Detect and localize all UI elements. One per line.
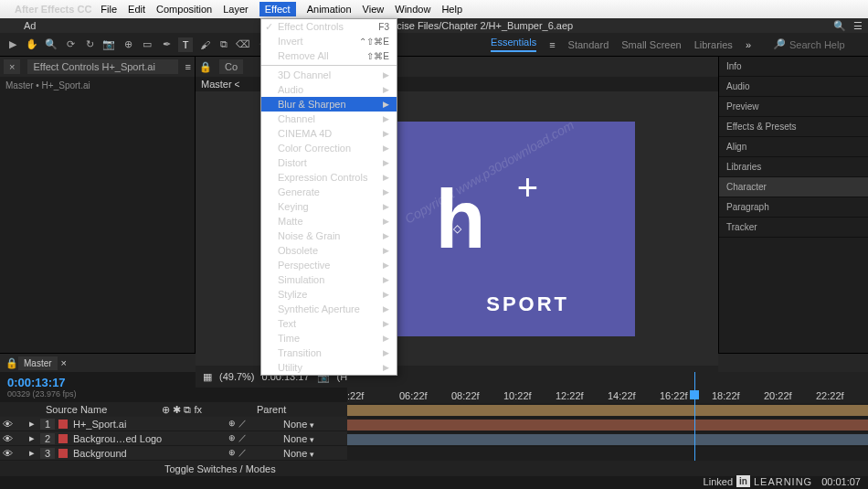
panel-effect-controls-tab[interactable]: Effect Controls H+_Sport.ai <box>27 59 177 74</box>
menu-animation[interactable]: Animation <box>307 4 352 15</box>
dd-effect-controls[interactable]: ✓Effect ControlsF3 <box>261 19 397 34</box>
menu-window[interactable]: Window <box>395 4 430 15</box>
dd-perspective[interactable]: Perspective▶ <box>261 258 397 272</box>
mac-menubar: After Effects CC File Edit Composition L… <box>0 0 868 18</box>
timeline-tab-master[interactable]: Master <box>18 356 58 370</box>
dd-time[interactable]: Time▶ <box>261 331 397 345</box>
search-help-icon: 🔎 <box>773 38 786 50</box>
panel-tracker[interactable]: Tracker <box>719 218 868 238</box>
toolbar: ▶ ✋ 🔍 ⟳ ↻ 📷 ⊕ ▭ ✒ T 🖌 ⧉ ⌫ ✦ 📌 Essentials… <box>0 33 868 57</box>
dd-remove-all[interactable]: Remove All⇧⌘E <box>261 48 397 63</box>
dd-utility[interactable]: Utility▶ <box>261 360 397 375</box>
dd-distort[interactable]: Distort▶ <box>261 155 397 170</box>
timeline-tracks[interactable]: :22f06:22f08:22f 10:22f12:22f14:22f 16:2… <box>347 372 868 461</box>
dd-channel[interactable]: Channel▶ <box>261 112 397 126</box>
menu-effect[interactable]: Effect <box>259 2 296 16</box>
dd-synthetic-aperture[interactable]: Synthetic Aperture▶ <box>261 302 397 316</box>
logo-sport: SPORT <box>486 292 569 316</box>
panel-menu-icon[interactable]: ≡ <box>185 61 191 72</box>
timeline-close-icon[interactable]: × <box>61 357 67 368</box>
search-icon[interactable]: 🔍 <box>833 20 846 32</box>
dd-stylize[interactable]: Stylize▶ <box>261 287 397 302</box>
dd-text[interactable]: Text▶ <box>261 316 397 331</box>
dd-transition[interactable]: Transition▶ <box>261 345 397 360</box>
orbit-tool-icon[interactable]: ⟳ <box>63 37 78 52</box>
timeline-lock-icon[interactable]: 🔒 <box>5 357 18 369</box>
dd-noise-grain[interactable]: Noise & Grain▶ <box>261 229 397 243</box>
menu-edit[interactable]: Edit <box>128 4 145 15</box>
dd-invert[interactable]: Invert⌃⇧⌘E <box>261 34 397 48</box>
toggle-switches[interactable]: Toggle Switches / Modes <box>164 463 276 474</box>
panel-paragraph[interactable]: Paragraph <box>719 197 868 218</box>
hamburger-icon[interactable]: ≡ <box>549 39 555 50</box>
logo-plus: + <box>517 167 538 208</box>
visibility-icon[interactable]: 👁 <box>0 419 15 430</box>
zoom-level[interactable]: (49.7%) <box>219 371 255 382</box>
dd-keying[interactable]: Keying▶ <box>261 199 397 214</box>
time-ruler[interactable]: :22f06:22f08:22f 10:22f12:22f14:22f 16:2… <box>347 372 868 403</box>
dd-cinema4d[interactable]: CINEMA 4D▶ <box>261 126 397 141</box>
camera-tool-icon[interactable]: 📷 <box>101 37 116 52</box>
workspace-essentials[interactable]: Essentials <box>491 37 536 52</box>
grid-icon[interactable]: ▦ <box>203 371 212 383</box>
clone-tool-icon[interactable]: ⧉ <box>217 37 231 52</box>
menu-file[interactable]: File <box>101 4 117 15</box>
dd-obsolete[interactable]: Obsolete▶ <box>261 243 397 258</box>
dd-blur-sharpen[interactable]: Blur & Sharpen▶ <box>261 97 397 112</box>
rotate-tool-icon[interactable]: ↻ <box>82 37 97 52</box>
master-label: Master <box>201 79 232 90</box>
dd-generate[interactable]: Generate▶ <box>261 185 397 199</box>
hand-tool-icon[interactable]: ✋ <box>25 37 39 52</box>
workspace-libraries[interactable]: Libraries <box>694 39 733 50</box>
effect-controls-panel: × Effect Controls H+_Sport.ai ≡ Master •… <box>0 57 196 353</box>
pen-tool-icon[interactable]: ✒ <box>159 37 174 52</box>
current-timecode[interactable]: 0:00:13:17 <box>7 376 66 389</box>
panel-close-tab[interactable]: × <box>4 59 20 74</box>
search-help-input[interactable] <box>789 39 863 50</box>
workspace-standard[interactable]: Standard <box>568 39 609 50</box>
selection-tool-icon[interactable]: ▶ <box>5 37 20 52</box>
brush-tool-icon[interactable]: 🖌 <box>197 37 212 52</box>
panel-character[interactable]: Character <box>719 177 868 197</box>
playhead[interactable] <box>694 372 695 461</box>
composition-tab[interactable]: Co <box>219 59 243 74</box>
dd-color-correction[interactable]: Color Correction▶ <box>261 141 397 155</box>
title-bar: Ad stiansen/Desktop/Exercise Files/Chapt… <box>0 18 868 33</box>
dd-audio[interactable]: Audio▶ <box>261 82 397 97</box>
visibility-icon[interactable]: 👁 <box>0 448 15 459</box>
col-switches: ⊕ ✱ ⧉ fx <box>162 404 202 416</box>
panel-audio[interactable]: Audio <box>719 77 868 97</box>
menu-help[interactable]: Help <box>441 4 462 15</box>
zoom-tool-icon[interactable]: 🔍 <box>44 37 58 52</box>
dd-expression-controls[interactable]: Expression Controls▶ <box>261 170 397 185</box>
workspace-more-icon[interactable]: » <box>746 39 751 50</box>
menu-icon[interactable]: ☰ <box>853 20 863 32</box>
layer-row-1[interactable]: 👁 ▸1 H+_Sport.ai ⊕ ／ None ▾ <box>0 417 347 431</box>
layer-row-3[interactable]: 👁 ▸3 Background ⊕ ／ None ▾ <box>0 446 347 461</box>
app-name: After Effects CC <box>15 4 91 15</box>
col-parent: Parent <box>257 404 286 415</box>
panel-align[interactable]: Align <box>719 137 868 157</box>
panel-lock-icon[interactable]: 🔒 <box>199 61 212 73</box>
panel-info[interactable]: Info <box>719 57 868 77</box>
dd-simulation[interactable]: Simulation▶ <box>261 272 397 287</box>
dd-matte[interactable]: Matte▶ <box>261 214 397 229</box>
eraser-tool-icon[interactable]: ⌫ <box>236 37 250 52</box>
menu-composition[interactable]: Composition <box>156 4 212 15</box>
panel-effects-presets[interactable]: Effects & Presets <box>719 117 868 137</box>
layer-row-2[interactable]: 👁 ▸2 Backgrou…ed Logo ⊕ ／ None ▾ <box>0 431 347 446</box>
video-timecode: 00:01:07 <box>821 476 861 487</box>
text-tool-icon[interactable]: T <box>178 37 193 52</box>
dd-3d-channel[interactable]: 3D Channel▶ <box>261 68 397 82</box>
menu-view[interactable]: View <box>363 4 385 15</box>
panel-libraries[interactable]: Libraries <box>719 157 868 177</box>
visibility-icon[interactable]: 👁 <box>0 433 15 444</box>
rect-tool-icon[interactable]: ▭ <box>140 37 154 52</box>
layer-name-1: H+_Sport.ai <box>71 419 228 430</box>
layer-name-2: Backgrou…ed Logo <box>71 433 228 444</box>
workspace-small-screen[interactable]: Small Screen <box>621 39 681 50</box>
menu-layer[interactable]: Layer <box>223 4 249 15</box>
panel-preview[interactable]: Preview <box>719 97 868 117</box>
anchor-tool-icon[interactable]: ⊕ <box>121 37 135 52</box>
effect-controls-content: Master • H+_Sport.ai <box>0 77 195 94</box>
